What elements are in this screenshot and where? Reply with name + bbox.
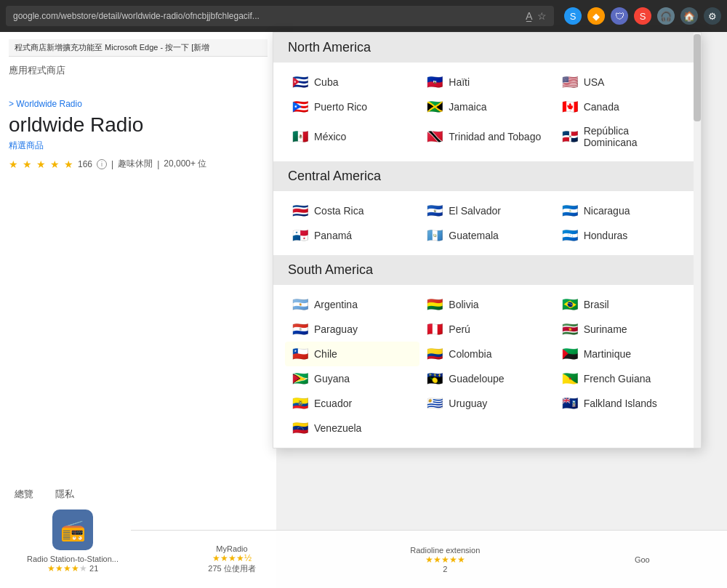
user-count: 20,000+ 位: [164, 158, 206, 170]
country-name-falkland-islands: Falkland Islands: [584, 398, 657, 409]
star-icon[interactable]: ☆: [537, 10, 547, 22]
country-name-méxico: México: [314, 131, 346, 142]
flag-martinique: 🇲🇶: [562, 347, 578, 361]
scrollbar-track[interactable]: [694, 33, 701, 448]
country-name-guadeloupe: Guadeloupe: [449, 373, 504, 384]
country-item-martinique[interactable]: 🇲🇶Martinique: [555, 342, 689, 366]
radio-card: 📻 Radio Station-to-Station... ★★★★★ 21: [15, 510, 131, 573]
flag-méxico: 🇲🇽: [292, 130, 308, 143]
bottom-item-2-title: Radioline extension: [410, 546, 480, 555]
bottom-item-2-stars: ★★★★★: [410, 555, 480, 565]
bottom-item-1-stars: ★★★★½: [208, 553, 255, 563]
bottom-item-2: Radioline extension ★★★★★ 2: [410, 546, 480, 573]
country-item-french-guiana[interactable]: 🇬🇫French Guiana: [555, 366, 689, 391]
country-name-paraguay: Paraguay: [314, 323, 358, 335]
address-bar[interactable]: google.com/webstore/detail/worldwide-rad…: [6, 6, 554, 26]
flag-costa-rica: 🇨🇷: [292, 204, 308, 217]
country-name-guyana: Guyana: [314, 373, 350, 384]
flag-colombia: 🇨🇴: [427, 347, 443, 361]
country-item-ecuador[interactable]: 🇪🇨Ecuador: [285, 391, 419, 416]
category-tag: 趣味休閒: [118, 158, 153, 170]
country-item-cuba[interactable]: 🇨🇺Cuba: [285, 70, 419, 94]
app-title: orldwide Radio: [9, 113, 268, 137]
region-header-south-america: South America: [273, 255, 701, 285]
flag-bolivia: 🇧🇴: [427, 298, 443, 311]
reader-icon[interactable]: A̲: [526, 10, 533, 22]
country-item-guatemala[interactable]: 🇬🇹Guatemala: [419, 223, 554, 248]
label-overview[interactable]: 總覽: [15, 488, 33, 501]
icon-home[interactable]: 🏠: [680, 7, 698, 25]
flag-falkland-islands: 🇫🇰: [562, 397, 578, 410]
radio-card-count: 21: [89, 564, 98, 573]
country-item-honduras[interactable]: 🇭🇳Honduras: [555, 223, 689, 248]
country-item-venezuela[interactable]: 🇻🇪Venezuela: [285, 416, 419, 440]
info-icon[interactable]: i: [97, 159, 107, 169]
country-item-paraguay[interactable]: 🇵🇾Paraguay: [285, 317, 419, 342]
bottom-bar: MyRadio ★★★★½ 275 位使用者 Radioline extensi…: [131, 530, 727, 588]
app-subtitle[interactable]: 精選商品: [9, 140, 268, 152]
country-item-guadeloupe[interactable]: 🇬🇵Guadeloupe: [419, 366, 554, 391]
flag-usa: 🇺🇸: [562, 76, 578, 89]
country-name-costa-rica: Costa Rica: [314, 205, 364, 217]
radio-card-title: Radio Station-to-Station...: [15, 555, 131, 563]
country-name-trinidad-and-tobago: Trinidad and Tobago: [449, 131, 541, 142]
icon-s2[interactable]: S: [634, 7, 651, 25]
breadcrumb[interactable]: > Worldwide Radio: [9, 99, 268, 109]
country-item-canada[interactable]: 🇨🇦Canada: [555, 94, 689, 119]
flag-guatemala: 🇬🇹: [427, 229, 443, 242]
country-item-panamá[interactable]: 🇵🇦Panamá: [285, 223, 419, 248]
bottom-item-1: MyRadio ★★★★½ 275 位使用者: [208, 544, 255, 574]
icon-shield[interactable]: 🛡: [611, 7, 628, 25]
browser-toolbar-icons: S ◆ 🛡 S 🎧 🏠 ⚙: [564, 7, 721, 25]
country-item-chile[interactable]: 🇨🇱Chile: [285, 342, 419, 366]
country-item-costa-rica[interactable]: 🇨🇷Costa Rica: [285, 198, 419, 223]
country-name-jamaica: Jamaica: [449, 101, 486, 113]
icon-gear[interactable]: ⚙: [704, 7, 721, 25]
country-name-chile: Chile: [314, 348, 337, 360]
country-name-canada: Canada: [584, 101, 619, 113]
radio-icon: 📻: [52, 510, 93, 550]
country-item-haïti[interactable]: 🇭🇹Haïti: [419, 70, 554, 94]
country-item-el-salvador[interactable]: 🇸🇻El Salvador: [419, 198, 554, 223]
icon-headphones[interactable]: 🎧: [657, 7, 675, 25]
bottom-item-3: Goo: [635, 555, 650, 564]
flag-uruguay: 🇺🇾: [427, 397, 443, 410]
country-item-argentina[interactable]: 🇦🇷Argentina: [285, 292, 419, 317]
regions-container: North America🇨🇺Cuba🇭🇹Haïti🇺🇸USA🇵🇷Puerto …: [273, 33, 701, 448]
country-name-brasil: Brasil: [584, 299, 609, 310]
country-name-french-guiana: French Guiana: [584, 373, 651, 384]
flag-trinidad-and-tobago: 🇹🇹: [427, 130, 443, 143]
flag-chile: 🇨🇱: [292, 347, 308, 361]
country-item-puerto-rico[interactable]: 🇵🇷Puerto Rico: [285, 94, 419, 119]
country-item-uruguay[interactable]: 🇺🇾Uruguay: [419, 391, 554, 416]
country-item-guyana[interactable]: 🇬🇾Guyana: [285, 366, 419, 391]
country-item-perú[interactable]: 🇵🇪Perú: [419, 317, 554, 342]
icon-s[interactable]: S: [564, 7, 582, 25]
country-item-usa[interactable]: 🇺🇸USA: [555, 70, 689, 94]
bottom-item-1-count: 275 位使用者: [208, 563, 255, 574]
country-name-guatemala: Guatemala: [449, 230, 498, 241]
country-item-brasil[interactable]: 🇧🇷Brasil: [555, 292, 689, 317]
scrollbar-thumb[interactable]: [694, 34, 701, 121]
label-privacy[interactable]: 隱私: [55, 488, 74, 501]
country-item-trinidad-and-tobago[interactable]: 🇹🇹Trinidad and Tobago: [419, 119, 554, 154]
flag-honduras: 🇭🇳: [562, 229, 578, 242]
country-item-bolivia[interactable]: 🇧🇴Bolivia: [419, 292, 554, 317]
icon-dot[interactable]: ◆: [587, 7, 605, 25]
country-item-falkland-islands[interactable]: 🇫🇰Falkland Islands: [555, 391, 689, 416]
country-item-suriname[interactable]: 🇸🇷Suriname: [555, 317, 689, 342]
country-name-panamá: Panamá: [314, 230, 352, 241]
region-header-north-america: North America: [273, 33, 701, 63]
browser-chrome: google.com/webstore/detail/worldwide-rad…: [0, 0, 727, 32]
bottom-item-1-title: MyRadio: [208, 544, 255, 553]
country-item-jamaica[interactable]: 🇯🇲Jamaica: [419, 94, 554, 119]
country-item-nicaragua[interactable]: 🇳🇮Nicaragua: [555, 198, 689, 223]
country-item-república-dominicana[interactable]: 🇩🇴República Dominicana: [555, 119, 689, 154]
flag-guyana: 🇬🇾: [292, 372, 308, 385]
stars-row: ★ ★ ★ ★ ★ 166 i | 趣味休閒 | 20,000+ 位: [9, 158, 268, 170]
country-item-méxico[interactable]: 🇲🇽México: [285, 119, 419, 154]
dropdown-panel: North America🇨🇺Cuba🇭🇹Haïti🇺🇸USA🇵🇷Puerto …: [273, 32, 702, 448]
country-name-argentina: Argentina: [314, 299, 358, 310]
country-item-colombia[interactable]: 🇨🇴Colombia: [419, 342, 554, 366]
country-name-cuba: Cuba: [314, 76, 338, 88]
